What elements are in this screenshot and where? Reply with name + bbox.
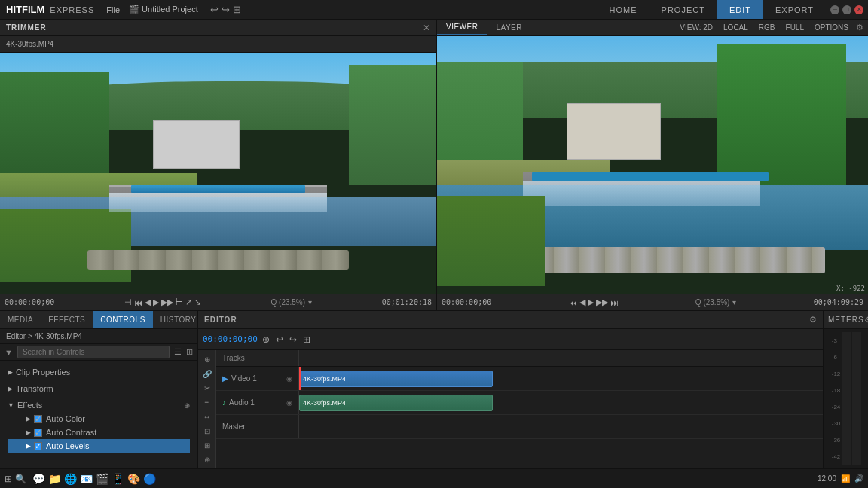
editor-redo-button[interactable]: ↪ bbox=[288, 334, 298, 345]
tab-media[interactable]: MEDIA bbox=[0, 311, 41, 328]
tab-history[interactable]: HISTORY bbox=[153, 311, 204, 328]
trimmer-panel: TRIMMER ✕ 4K-30fps.MP4 bbox=[0, 20, 437, 310]
view-mode-button[interactable]: VIEW: 2D bbox=[677, 23, 716, 32]
effect-expand-icon2: ▶ bbox=[26, 429, 31, 436]
editor-side-tools: ⊕ 🔗 ✂ ≡ ↔ ⊡ ⊞ ⊛ bbox=[198, 350, 216, 468]
trim-in-button[interactable]: ⊣ bbox=[124, 297, 132, 307]
viewer-prev-frame-button[interactable]: ◀ bbox=[579, 297, 585, 307]
windows-icon[interactable]: ⊞ bbox=[5, 474, 12, 484]
top-bar: HITFILM EXPRESS File 🎬 Untitled Project … bbox=[0, 0, 868, 20]
taskbar-app-3[interactable]: 🌐 bbox=[64, 473, 77, 485]
local-button[interactable]: LOCAL bbox=[720, 23, 751, 32]
trimmer-title: TRIMMER bbox=[6, 23, 47, 32]
full-button[interactable]: FULL bbox=[783, 23, 807, 32]
viewer-end-button[interactable]: ⏭ bbox=[610, 298, 619, 307]
redo-button[interactable]: ↪ bbox=[222, 4, 230, 15]
tab-export[interactable]: EXPORT bbox=[763, 0, 826, 19]
effects-header[interactable]: ▼ Effects ⊕ bbox=[8, 398, 190, 412]
tab-edit[interactable]: EDIT bbox=[717, 0, 763, 19]
taskbar-app-8[interactable]: 🔵 bbox=[143, 473, 156, 485]
meter-label-neg3: -3 bbox=[832, 337, 841, 344]
overwrite-button[interactable]: ↘ bbox=[194, 297, 201, 307]
editor-snap-button[interactable]: ⊞ bbox=[301, 334, 312, 345]
audio-clip-1[interactable]: 4K-30fps.MP4 bbox=[299, 395, 493, 411]
taskbar-app-6[interactable]: 📱 bbox=[112, 473, 124, 485]
tab-controls[interactable]: CONTROLS bbox=[93, 311, 153, 328]
video-clip-1[interactable]: 4K-30fps.MP4 bbox=[299, 371, 493, 387]
maximize-button[interactable]: □ bbox=[842, 5, 851, 14]
effect-auto-contrast[interactable]: ▶ ✓ Auto Contrast bbox=[8, 425, 190, 439]
viewer-next-frame-button[interactable]: ▶▶ bbox=[596, 297, 608, 307]
effect-auto-levels[interactable]: ▶ ✓ Auto Levels bbox=[8, 439, 190, 453]
rgb-button[interactable]: RGB bbox=[756, 23, 778, 32]
taskbar-apps: 💬 📁 🌐 📧 🎬 📱 🎨 🔵 bbox=[32, 473, 156, 485]
track-video-1-label: ▶ Video 1 ◉ bbox=[216, 367, 299, 390]
insert-button[interactable]: ↗ bbox=[185, 297, 192, 307]
effect-auto-color-checkbox[interactable]: ✓ bbox=[34, 415, 42, 423]
slip-tool[interactable]: ↔ bbox=[201, 410, 213, 422]
meters-header: METERS ⚙ bbox=[824, 311, 868, 329]
taskbar-wifi-icon[interactable]: 📶 bbox=[841, 474, 850, 483]
filter-icon[interactable]: ▼ bbox=[5, 348, 13, 357]
track-mute-icon[interactable]: ◉ bbox=[286, 375, 292, 383]
transform-header[interactable]: ▶ Transform bbox=[8, 382, 190, 395]
options-button[interactable]: OPTIONS bbox=[811, 23, 851, 32]
list-view-icon[interactable]: ☰ bbox=[174, 347, 182, 357]
prev-frame-button[interactable]: ◀ bbox=[145, 297, 151, 307]
trimmer-zoom-icon[interactable]: ▾ bbox=[308, 298, 312, 307]
viewer-play-button[interactable]: ▶ bbox=[588, 297, 594, 307]
tab-layer[interactable]: LAYER bbox=[487, 20, 531, 35]
grid-tool[interactable]: ⊞ bbox=[201, 439, 213, 451]
next-frame-button[interactable]: ▶▶ bbox=[161, 297, 173, 307]
clip-properties-header[interactable]: ▶ Clip Properties bbox=[8, 365, 190, 379]
razor-tool[interactable]: ✂ bbox=[201, 382, 213, 394]
editor-undo-button[interactable]: ↩ bbox=[274, 334, 285, 345]
viewer-settings-icon[interactable]: ⚙ bbox=[856, 23, 863, 32]
viewer-zoom-icon[interactable]: ▾ bbox=[732, 298, 736, 307]
taskbar-app-7[interactable]: 🎨 bbox=[127, 473, 140, 485]
tab-viewer[interactable]: VIEWER bbox=[437, 20, 487, 35]
step-back-button[interactable]: ⏮ bbox=[134, 298, 142, 307]
editor-settings-icon[interactable]: ⚙ bbox=[809, 315, 817, 325]
tab-effects[interactable]: EFFECTS bbox=[41, 311, 93, 328]
project-name: 🎬 Untitled Project bbox=[129, 5, 198, 14]
grid-view-icon[interactable]: ⊞ bbox=[186, 347, 193, 357]
add-track-button[interactable]: ⊕ bbox=[261, 334, 271, 345]
tab-home[interactable]: HOME bbox=[598, 0, 649, 19]
effects-add-icon[interactable]: ⊕ bbox=[184, 401, 190, 410]
taskbar-app-1[interactable]: 💬 bbox=[32, 473, 45, 485]
play-button[interactable]: ▶ bbox=[153, 297, 159, 307]
undo-button[interactable]: ↩ bbox=[210, 4, 219, 15]
taskbar-app-4[interactable]: 📧 bbox=[80, 473, 93, 485]
track-audio-mute-icon[interactable]: ◉ bbox=[286, 399, 292, 407]
editor-content: ⊕ 🔗 ✂ ≡ ↔ ⊡ ⊞ ⊛ Tracks 00:01:00;02 00: bbox=[198, 350, 823, 468]
grid-button[interactable]: ⊞ bbox=[233, 4, 241, 15]
search-taskbar-icon[interactable]: 🔍 bbox=[15, 474, 26, 484]
trimmer-close-button[interactable]: ✕ bbox=[423, 23, 430, 33]
viewer-timecode-right: 00;04:09:29 bbox=[814, 298, 863, 307]
magnet-tool[interactable]: ⊕ bbox=[201, 353, 213, 365]
file-menu[interactable]: File bbox=[106, 5, 120, 14]
effect-auto-levels-checkbox[interactable]: ✓ bbox=[34, 442, 42, 450]
rate-tool[interactable]: ⊡ bbox=[201, 425, 213, 437]
viewer-step-back-button[interactable]: ⏮ bbox=[569, 298, 577, 307]
link-tool[interactable]: 🔗 bbox=[201, 368, 213, 380]
taskbar-app-2[interactable]: 📁 bbox=[48, 473, 61, 485]
taskbar-sound-icon[interactable]: 🔊 bbox=[854, 474, 863, 483]
minimize-button[interactable]: ─ bbox=[830, 5, 839, 14]
tab-project[interactable]: PROJECT bbox=[649, 0, 717, 19]
mix-tool[interactable]: ⊛ bbox=[201, 453, 213, 465]
track-video-1-content[interactable]: 4K-30fps.MP4 bbox=[299, 367, 823, 390]
trimmer-zoom: Q (23.5%) bbox=[271, 298, 306, 307]
effect-auto-color[interactable]: ▶ ✓ Auto Color bbox=[8, 412, 190, 425]
ripple-tool[interactable]: ≡ bbox=[201, 396, 213, 408]
meter-bar-right bbox=[852, 332, 861, 465]
close-button[interactable]: ✕ bbox=[854, 5, 863, 14]
trim-out-button[interactable]: ⊢ bbox=[176, 297, 183, 307]
track-audio-1-content[interactable]: 4K-30fps.MP4 bbox=[299, 391, 823, 414]
meters-settings-icon[interactable]: ⚙ bbox=[864, 316, 868, 324]
controls-search-input[interactable] bbox=[17, 346, 170, 358]
effect-auto-contrast-checkbox[interactable]: ✓ bbox=[34, 429, 42, 437]
video-track-icon: ▶ bbox=[222, 374, 228, 383]
taskbar-app-5[interactable]: 🎬 bbox=[96, 473, 108, 485]
